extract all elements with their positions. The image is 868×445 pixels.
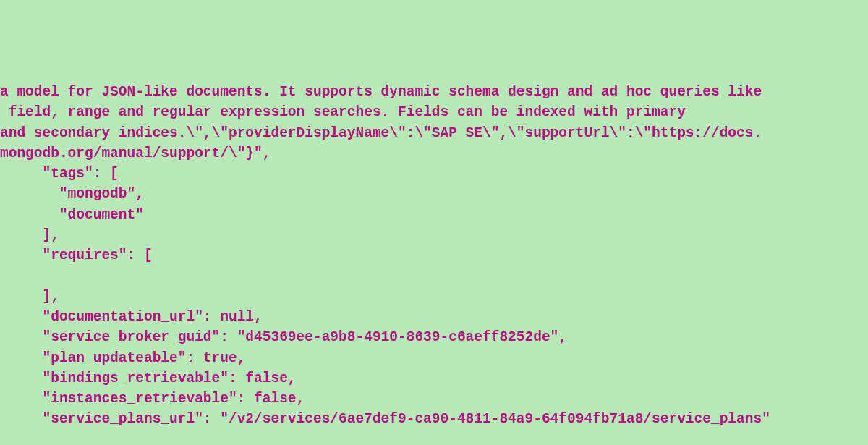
json-line-3: and secondary indices.\",\"providerDispl… [0, 125, 762, 141]
json-line-2: field, range and regular expression sear… [0, 104, 686, 120]
terminal-output: a model for JSON-like documents. It supp… [0, 82, 868, 445]
json-tags-close: ], [0, 227, 59, 243]
json-line-4: mongodb.org/manual/support/\"}", [0, 145, 271, 161]
json-instances-retrievable: "instances_retrievable": false, [0, 391, 305, 407]
json-plan-updateable: "plan_updateable": true, [0, 350, 245, 366]
json-tag-2: "document" [0, 207, 144, 223]
json-documentation-url: "documentation_url": null, [0, 309, 263, 325]
json-line-1: a model for JSON-like documents. It supp… [0, 84, 762, 100]
json-requires-open: "requires": [ [0, 247, 153, 263]
json-service-broker-guid: "service_broker_guid": "d45369ee-a9b8-49… [0, 329, 567, 345]
json-tag-1: "mongodb", [0, 186, 144, 202]
json-bindings-retrievable: "bindings_retrievable": false, [0, 370, 297, 386]
json-tags-open: "tags": [ [0, 166, 119, 182]
json-requires-close: ], [0, 289, 59, 305]
json-service-plans-url: "service_plans_url": "/v2/services/6ae7d… [0, 411, 770, 427]
